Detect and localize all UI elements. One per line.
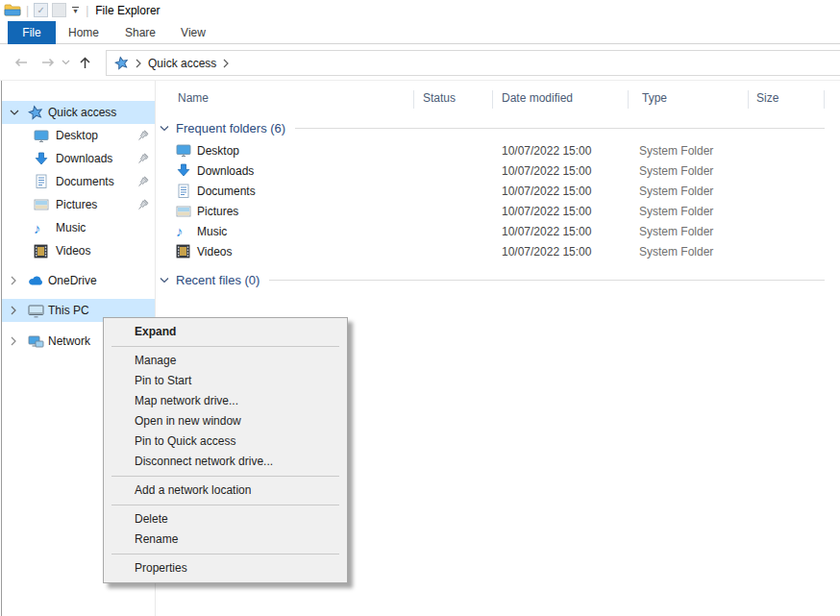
- file-name: Documents: [197, 185, 502, 198]
- back-arrow-icon[interactable]: [12, 53, 31, 72]
- document-icon: [34, 174, 49, 189]
- tab-share[interactable]: Share: [116, 21, 164, 44]
- chevron-down-icon[interactable]: [160, 125, 169, 132]
- sidebar-item-label: Desktop: [56, 129, 98, 142]
- chevron-down-icon[interactable]: [160, 277, 169, 283]
- column-header-size[interactable]: Size: [756, 91, 778, 105]
- music-note-icon: ♪: [176, 224, 197, 238]
- navigation-bar: Quick access: [0, 44, 840, 81]
- file-row-pictures[interactable]: Pictures 10/07/2022 15:00 System Folder: [156, 201, 840, 221]
- file-row-music[interactable]: ♪ Music 10/07/2022 15:00 System Folder: [156, 221, 840, 241]
- menu-item-disconnect-network-drive[interactable]: Disconnect network drive...: [104, 452, 347, 472]
- menu-separator: [111, 554, 339, 554]
- sidebar-item-label: Documents: [56, 175, 114, 188]
- tab-home[interactable]: Home: [60, 21, 108, 44]
- menu-separator: [111, 505, 339, 505]
- file-type: System Folder: [639, 185, 840, 198]
- picture-icon: [176, 205, 197, 218]
- music-note-icon: ♪: [34, 221, 41, 235]
- quick-access-star-icon: [114, 56, 129, 70]
- column-separator: [413, 90, 414, 109]
- menu-item-manage[interactable]: Manage: [104, 351, 347, 371]
- file-explorer-window: | ✓ ▾ | File Explorer File Home Share Vi…: [0, 0, 840, 616]
- column-header-row: Name Status Date modified Type Size: [156, 86, 840, 111]
- tab-view[interactable]: View: [169, 21, 217, 44]
- address-bar[interactable]: Quick access: [106, 50, 840, 76]
- group-header-frequent-folders[interactable]: Frequent folders (6): [156, 115, 840, 140]
- pin-icon: [137, 176, 149, 190]
- download-arrow-icon: [176, 163, 197, 178]
- ribbon-tabstrip: File Home Share View: [0, 20, 840, 44]
- tab-file[interactable]: File: [8, 21, 56, 44]
- menu-item-add-a-network-location[interactable]: Add a network location: [104, 480, 347, 501]
- sidebar-item-label: This PC: [48, 304, 89, 317]
- menu-item-pin-to-start[interactable]: Pin to Start: [104, 371, 347, 391]
- chevron-right-icon[interactable]: [10, 336, 21, 346]
- forward-arrow-icon[interactable]: [38, 53, 58, 72]
- chevron-right-icon[interactable]: [10, 306, 21, 315]
- menu-item-open-in-new-window[interactable]: Open in new window: [104, 411, 347, 431]
- pin-icon: [137, 130, 149, 144]
- titlebar: | ✓ ▾ | File Explorer: [0, 0, 840, 20]
- file-name: Pictures: [197, 205, 502, 218]
- qat-properties-check-icon[interactable]: ✓: [34, 3, 48, 17]
- menu-item-rename[interactable]: Rename: [104, 530, 347, 550]
- desktop-icon: [34, 129, 49, 143]
- file-name: Desktop: [197, 144, 502, 158]
- file-row-videos[interactable]: Videos 10/07/2022 15:00 System Folder: [156, 241, 840, 261]
- sidebar-item-label: Downloads: [56, 152, 112, 165]
- sidebar-item-documents[interactable]: Documents: [2, 170, 155, 193]
- column-separator: [824, 90, 825, 109]
- breadcrumb-chevron-icon[interactable]: [136, 59, 141, 68]
- group-header-recent-files[interactable]: Recent files (0): [156, 267, 840, 292]
- up-arrow-icon[interactable]: [75, 53, 94, 72]
- file-row-downloads[interactable]: Downloads 10/07/2022 15:00 System Folder: [156, 160, 840, 181]
- menu-item-delete[interactable]: Delete: [104, 509, 347, 530]
- onedrive-cloud-icon: [28, 275, 44, 286]
- sidebar-item-label: Network: [48, 334, 90, 348]
- file-row-documents[interactable]: Documents 10/07/2022 15:00 System Folder: [156, 181, 840, 201]
- column-header-name[interactable]: Name: [178, 91, 209, 105]
- menu-item-expand[interactable]: Expand: [104, 322, 347, 342]
- column-header-date-modified[interactable]: Date modified: [502, 91, 573, 105]
- sidebar-item-onedrive[interactable]: OneDrive: [2, 269, 155, 292]
- film-frame-icon: [176, 244, 197, 259]
- breadcrumb-location[interactable]: Quick access: [148, 57, 216, 70]
- titlebar-separator: |: [26, 4, 29, 17]
- sidebar-item-desktop[interactable]: Desktop: [2, 124, 155, 147]
- network-icon: [28, 334, 44, 349]
- customize-toolbar-chevron-icon[interactable]: ▾: [72, 7, 79, 14]
- desktop-icon: [176, 143, 197, 158]
- breadcrumb-chevron-icon[interactable]: [223, 59, 229, 68]
- recent-locations-chevron-icon[interactable]: [60, 53, 71, 72]
- file-name: Videos: [197, 245, 502, 259]
- file-date-modified: 10/07/2022 15:00: [502, 225, 639, 238]
- column-header-type[interactable]: Type: [642, 91, 667, 105]
- sidebar-item-pictures[interactable]: Pictures: [2, 193, 155, 216]
- sidebar-item-downloads[interactable]: Downloads: [2, 147, 155, 170]
- pin-icon: [137, 153, 149, 167]
- column-header-status[interactable]: Status: [423, 91, 456, 105]
- file-date-modified: 10/07/2022 15:00: [502, 245, 639, 259]
- qat-new-folder-icon[interactable]: [52, 3, 66, 17]
- sidebar-item-music[interactable]: ♪ Music: [2, 216, 155, 239]
- explorer-folder-icon: [4, 3, 21, 17]
- menu-separator: [111, 346, 339, 347]
- chevron-right-icon[interactable]: [10, 276, 21, 285]
- menu-item-properties[interactable]: Properties: [104, 558, 347, 579]
- sidebar-item-quick-access[interactable]: Quick access: [2, 101, 155, 124]
- group-header-label: Frequent folders (6): [176, 121, 285, 136]
- file-row-desktop[interactable]: Desktop 10/07/2022 15:00 System Folder: [156, 140, 840, 160]
- sidebar-item-videos[interactable]: Videos: [2, 239, 155, 262]
- file-type: System Folder: [639, 245, 840, 259]
- sidebar-item-label: Music: [56, 221, 86, 234]
- chevron-down-icon[interactable]: [10, 109, 21, 116]
- menu-item-pin-to-quick-access[interactable]: Pin to Quick access: [104, 431, 347, 452]
- menu-item-map-network-drive[interactable]: Map network drive...: [104, 391, 347, 411]
- document-icon: [176, 184, 197, 199]
- file-rows: Desktop 10/07/2022 15:00 System Folder D…: [156, 140, 840, 261]
- sidebar-item-label: Pictures: [56, 198, 97, 211]
- column-separator: [748, 90, 749, 109]
- group-header-label: Recent files (0): [176, 273, 259, 287]
- file-date-modified: 10/07/2022 15:00: [502, 205, 639, 218]
